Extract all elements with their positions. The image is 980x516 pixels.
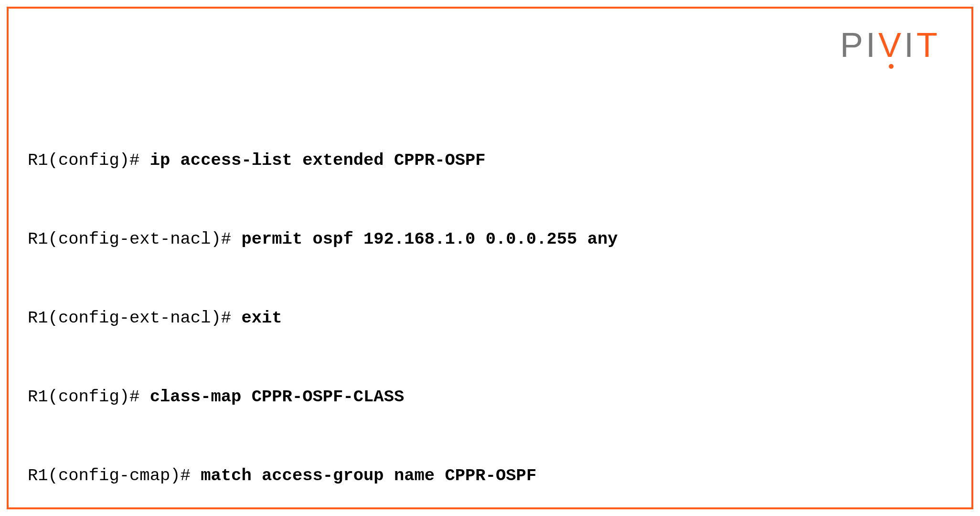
terminal-line: R1(config)# ip access-list extended CPPR…	[28, 147, 952, 173]
logo-letter-i2: I	[904, 26, 916, 64]
document-frame: PIVIT R1(config)# ip access-list extende…	[7, 7, 973, 509]
prompt: R1(config-cmap)#	[28, 466, 201, 485]
logo-letter-v: V	[878, 26, 904, 64]
terminal-output: R1(config)# ip access-list extended CPPR…	[28, 95, 952, 516]
logo-dot-icon	[889, 64, 894, 69]
logo-letter-p: P	[840, 26, 866, 64]
command: exit	[241, 308, 282, 328]
terminal-line: R1(config)# class-map CPPR-OSPF-CLASS	[28, 384, 952, 410]
logo-letter-t: T	[916, 26, 940, 64]
prompt: R1(config-ext-nacl)#	[28, 229, 241, 249]
prompt: R1(config)#	[28, 387, 150, 407]
command: permit ospf 192.168.1.0 0.0.0.255 any	[241, 229, 618, 249]
command: class-map CPPR-OSPF-CLASS	[150, 387, 405, 407]
prompt: R1(config-ext-nacl)#	[28, 308, 241, 328]
logo-letter-i1: I	[866, 26, 878, 64]
prompt: R1(config)#	[28, 150, 150, 170]
terminal-line: R1(config-ext-nacl)# exit	[28, 305, 952, 331]
terminal-line: R1(config-cmap)# match access-group name…	[28, 462, 952, 489]
command: ip access-list extended CPPR-OSPF	[150, 150, 486, 170]
command: match access-group name CPPR-OSPF	[201, 466, 536, 485]
terminal-line: R1(config-ext-nacl)# permit ospf 192.168…	[28, 226, 952, 252]
pivit-logo: PIVIT	[840, 28, 940, 62]
